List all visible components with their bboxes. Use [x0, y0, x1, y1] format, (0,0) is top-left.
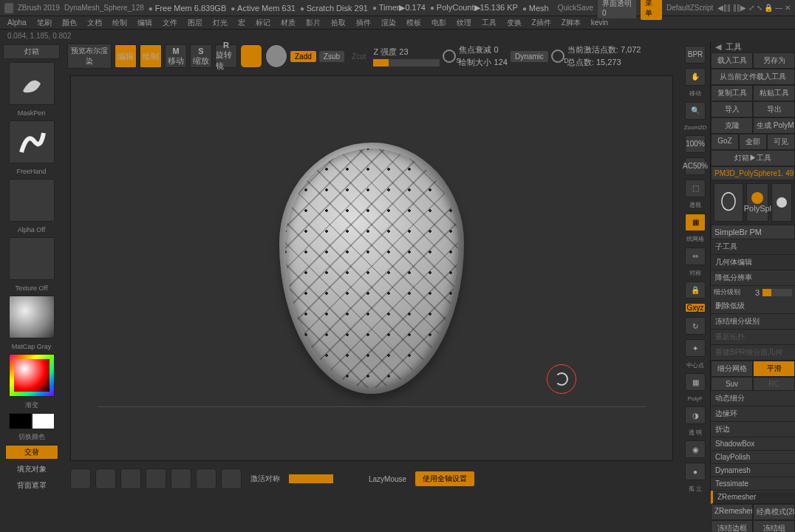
activate-symmetry[interactable]: 激活对称 — [246, 472, 284, 485]
actual-size-button[interactable]: 100% — [685, 135, 706, 153]
tessimate[interactable]: Tessimate — [711, 477, 795, 491]
menu-marker[interactable]: 标记 — [256, 18, 270, 28]
copy-tool[interactable]: 复制工具 — [711, 85, 753, 101]
smooth-toggle[interactable]: 平滑 — [753, 361, 795, 377]
panel-title[interactable]: 工具 — [711, 41, 795, 52]
nav-icons[interactable]: ◀‖‖ ‖‖▶ ⤢ ⤡ 🔒 — ✕ — [717, 4, 791, 12]
draw-mode-button[interactable]: 绘制 — [140, 44, 162, 68]
del-lower[interactable]: 删除低级 — [711, 299, 795, 314]
menu-light[interactable]: 灯光 — [213, 18, 228, 28]
claypolish[interactable]: ClayPolish — [711, 451, 795, 464]
lower-res[interactable]: 降低分辨率 — [711, 270, 795, 286]
goz[interactable]: GoZ — [711, 134, 739, 150]
fill-object-button[interactable]: 填充对象 — [5, 463, 58, 476]
make-polymesh[interactable]: 生成 PolyMesh3D — [753, 117, 795, 134]
freeze-groups[interactable]: 冻结组 — [753, 520, 795, 532]
subtool-section[interactable]: 子工具 — [711, 239, 795, 255]
solo-icon[interactable]: ● — [685, 463, 706, 480]
draw-size-slider[interactable]: 焦点衰减 0 绘制大小 124 — [459, 44, 507, 68]
aahalf-button[interactable]: AC50% — [685, 157, 706, 175]
brush-thumb[interactable] — [9, 62, 55, 105]
trimcu-button[interactable] — [146, 468, 166, 489]
menu-kevin[interactable]: kevin — [591, 18, 608, 27]
dynamic-button[interactable]: Dynamic — [511, 51, 548, 62]
sculpt-mesh[interactable] — [279, 143, 464, 394]
z-intensity-slider[interactable]: Z 强度 23 — [373, 47, 440, 66]
menu-render[interactable]: 渲染 — [381, 18, 396, 28]
edgeloop[interactable]: 边缘环 — [711, 406, 795, 422]
goz-visible[interactable]: 可见 — [767, 134, 795, 150]
menu-stencil[interactable]: 模板 — [406, 18, 421, 28]
menu-material[interactable]: 材质 — [281, 18, 296, 28]
lock-icon[interactable]: 🔒 — [685, 282, 706, 299]
divide-button[interactable]: 细分网格 — [711, 361, 753, 377]
rgb-button[interactable] — [265, 44, 287, 68]
current-tool-name[interactable]: PM3D_PolySphere1. 49 — [711, 166, 795, 180]
freeze-border[interactable]: 冻结边框 — [711, 520, 753, 532]
lightbox-tools[interactable]: 灯箱▶工具 — [711, 150, 795, 166]
menu-layer[interactable]: 图层 — [188, 18, 202, 28]
paste-tool[interactable]: 粘贴工具 — [753, 85, 795, 101]
menu-draw[interactable]: 绘制 — [112, 18, 127, 28]
menu-file[interactable]: 文件 — [163, 18, 177, 28]
zremesher-section[interactable]: ZRemesher — [711, 491, 795, 504]
tool-preview-main[interactable] — [714, 183, 743, 222]
tool-preview-3[interactable] — [771, 183, 792, 222]
reconstruct[interactable]: 重新拓扑 — [711, 330, 795, 345]
stroke-thumb[interactable] — [9, 120, 55, 163]
lazymouse-label[interactable]: LazyMouse — [364, 474, 411, 485]
dynamic-icon[interactable]: D — [551, 50, 564, 63]
save-as[interactable]: 另存为 — [753, 52, 795, 69]
alpha-thumb[interactable] — [9, 179, 55, 222]
tool-preview-2[interactable]: PolySpl — [746, 183, 768, 222]
symmetry-bar[interactable] — [289, 474, 333, 483]
goz-all[interactable]: 全部 — [739, 134, 767, 150]
floor-icon[interactable]: ▦ — [685, 214, 706, 231]
menu-movie[interactable]: 影片 — [306, 18, 321, 28]
load-from-file[interactable]: 从当前文件载入工具 — [711, 69, 795, 85]
menu-macro[interactable]: 宏 — [238, 18, 245, 28]
scale-mode-button[interactable]: S缩放 — [190, 44, 212, 68]
material-thumb[interactable] — [9, 296, 55, 338]
menu-zplugin[interactable]: Z插件 — [532, 18, 551, 28]
back-mask-button[interactable]: 背面遮罩 — [5, 479, 58, 492]
xyz-button[interactable]: Gxyz — [685, 303, 706, 313]
texture-thumb[interactable] — [9, 237, 55, 280]
focal-icon[interactable]: S — [443, 50, 456, 63]
freeze-sdiv[interactable]: 冻结细分级别 — [711, 314, 795, 330]
dynamic-subdiv[interactable]: 动态细分 — [711, 391, 795, 406]
bpr-button[interactable]: BPR — [685, 46, 706, 64]
clipcur-button[interactable] — [120, 468, 141, 489]
zadd-button[interactable]: Zadd — [290, 51, 316, 62]
polyf-icon[interactable]: ▦ — [685, 373, 706, 391]
rebuild-bpr[interactable]: 重建BPR细分面几何 — [711, 345, 795, 361]
sdiv-slider[interactable]: 细分级别3 — [711, 286, 795, 299]
frame-icon[interactable]: ✦ — [685, 339, 706, 357]
menu-brush[interactable]: 笔刷 — [37, 18, 52, 28]
menu-transform[interactable]: 变换 — [507, 18, 522, 28]
color-swatches[interactable] — [9, 413, 55, 429]
export[interactable]: 导出 — [753, 101, 795, 117]
ghost-icon[interactable]: ◉ — [685, 440, 706, 458]
lightbox-button[interactable]: 灯箱 — [3, 44, 60, 59]
shadowbox[interactable]: ShadowBox — [711, 437, 795, 451]
slicecu-button[interactable] — [221, 468, 242, 489]
menu-document[interactable]: 文档 — [87, 18, 102, 28]
zsub-button[interactable]: Zsub — [319, 51, 344, 62]
menu-picker[interactable]: 拾取 — [331, 18, 346, 28]
lazymouse-opt[interactable]: 使用全轴设置 — [415, 471, 474, 486]
import[interactable]: 导入 — [711, 101, 753, 117]
suv-toggle[interactable]: Suv — [711, 377, 753, 391]
crease[interactable]: 折边 — [711, 422, 795, 437]
zcut-button[interactable]: Zcut — [347, 51, 370, 62]
maskcu-button[interactable] — [196, 468, 216, 489]
menu-tool[interactable]: 工具 — [482, 18, 497, 28]
quicksave-button[interactable]: QuickSave — [558, 4, 593, 12]
legacy-mode[interactable]: 经典模式(20 — [753, 504, 795, 520]
persp-icon[interactable]: ⬚ — [685, 180, 706, 197]
edit-mode-button[interactable]: 编辑 — [115, 44, 137, 68]
selectr-button[interactable] — [95, 468, 116, 489]
zremesher-button[interactable]: ZRemesher — [711, 504, 753, 520]
menu-color[interactable]: 颜色 — [62, 18, 77, 28]
move-mode-button[interactable]: M移动 — [165, 44, 187, 68]
